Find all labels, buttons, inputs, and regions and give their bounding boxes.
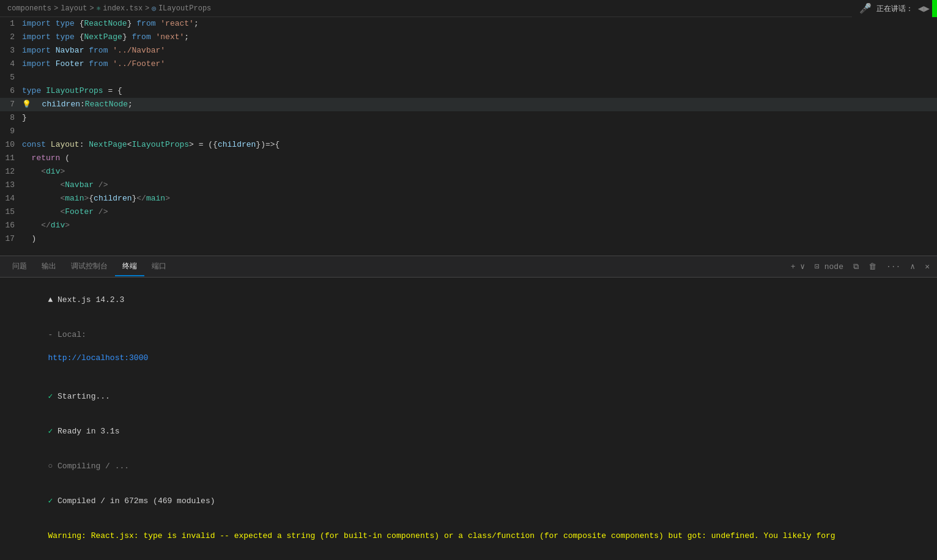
panel-tabs: 问题 输出 调试控制台 终端 端口 + ∨ ⊡ node ⧉ 🗑 ··· ∧ ✕ bbox=[0, 256, 937, 278]
breadcrumb-components: components bbox=[7, 4, 51, 13]
local-url-line: - Local: http://localhost:3000 bbox=[10, 317, 927, 375]
close-panel-button[interactable]: ✕ bbox=[922, 260, 932, 273]
code-line-15: 15 <Footer /> bbox=[0, 205, 937, 219]
breadcrumb-interface: ILayoutProps bbox=[158, 4, 211, 13]
status-bar: 🎤 正在讲话： ◀▶ bbox=[852, 0, 937, 17]
code-line-1: 1 import type {ReactNode} from 'react'; bbox=[0, 17, 937, 31]
breadcrumb: components > layout > ⚛ index.tsx > ◎ IL… bbox=[0, 0, 937, 17]
interface-icon: ◎ bbox=[152, 4, 156, 12]
code-line-5: 5 bbox=[0, 71, 937, 84]
tab-ports[interactable]: 端口 bbox=[144, 257, 174, 276]
green-accent-bar bbox=[932, 0, 937, 17]
compiling-line: ○ Compiling / ... bbox=[10, 449, 927, 484]
tab-problems[interactable]: 问题 bbox=[5, 257, 34, 276]
add-terminal-button[interactable]: + ∨ bbox=[788, 260, 807, 273]
terminal-content: ▲ Next.js 14.2.3 - Local: http://localho… bbox=[0, 278, 937, 560]
code-line-7: 7 💡 children:ReactNode; bbox=[0, 98, 937, 111]
nextjs-version: ▲ Next.js 14.2.3 bbox=[10, 282, 927, 317]
code-line-17: 17 ) bbox=[0, 232, 937, 246]
panel-actions: + ∨ ⊡ node ⧉ 🗑 ··· ∧ ✕ bbox=[788, 260, 932, 273]
tab-debug-console[interactable]: 调试控制台 bbox=[64, 257, 115, 276]
warning-line: Warning: React.jsx: type is invalid -- e… bbox=[10, 518, 927, 553]
delete-terminal-button[interactable]: 🗑 bbox=[866, 261, 879, 273]
breadcrumb-layout: layout bbox=[61, 4, 87, 13]
ready-line: ✓ Ready in 3.1s bbox=[10, 414, 927, 449]
starting-line: ✓ Starting... bbox=[10, 379, 927, 414]
code-line-3: 3 import Navbar from '../Navbar' bbox=[0, 44, 937, 57]
terminal-type-icon[interactable]: ⊡ node bbox=[812, 260, 846, 273]
warning-line2: ot to export your component from the fil… bbox=[10, 553, 927, 560]
tab-terminal[interactable]: 终端 bbox=[115, 257, 144, 276]
code-line-13: 13 <Navbar /> bbox=[0, 179, 937, 192]
code-line-12: 12 <div> bbox=[0, 165, 937, 179]
terminal-panel: 问题 输出 调试控制台 终端 端口 + ∨ ⊡ node ⧉ 🗑 ··· ∧ ✕… bbox=[0, 256, 937, 560]
code-line-2: 2 import type {NextPage} from 'next'; bbox=[0, 31, 937, 44]
breadcrumb-file: index.tsx bbox=[103, 4, 143, 13]
audio-icon: ◀▶ bbox=[918, 2, 930, 15]
compiled-line: ✓ Compiled / in 672ms (469 modules) bbox=[10, 484, 927, 518]
tsx-icon: ⚛ bbox=[97, 4, 101, 12]
code-line-16: 16 </div> bbox=[0, 219, 937, 232]
more-actions-button[interactable]: ··· bbox=[884, 261, 903, 273]
mic-icon: 🎤 bbox=[859, 2, 872, 15]
split-terminal-button[interactable]: ⧉ bbox=[851, 261, 861, 273]
tab-output[interactable]: 输出 bbox=[34, 257, 64, 276]
code-line-10: 10 const Layout: NextPage<ILayoutProps> … bbox=[0, 138, 937, 152]
code-line-4: 4 import Footer from '../Footer' bbox=[0, 57, 937, 71]
code-line-8: 8 } bbox=[0, 111, 937, 125]
minimize-panel-button[interactable]: ∧ bbox=[908, 260, 917, 273]
code-line-6: 6 type ILayoutProps = { bbox=[0, 84, 937, 98]
speaking-label: 正在讲话： bbox=[876, 4, 913, 14]
code-line-9: 9 bbox=[0, 125, 937, 138]
code-line-11: 11 return ( bbox=[0, 152, 937, 165]
code-editor: 1 import type {ReactNode} from 'react'; … bbox=[0, 17, 937, 256]
code-area: 1 import type {ReactNode} from 'react'; … bbox=[0, 17, 937, 256]
code-line-14: 14 <main>{children}</main> bbox=[0, 192, 937, 205]
